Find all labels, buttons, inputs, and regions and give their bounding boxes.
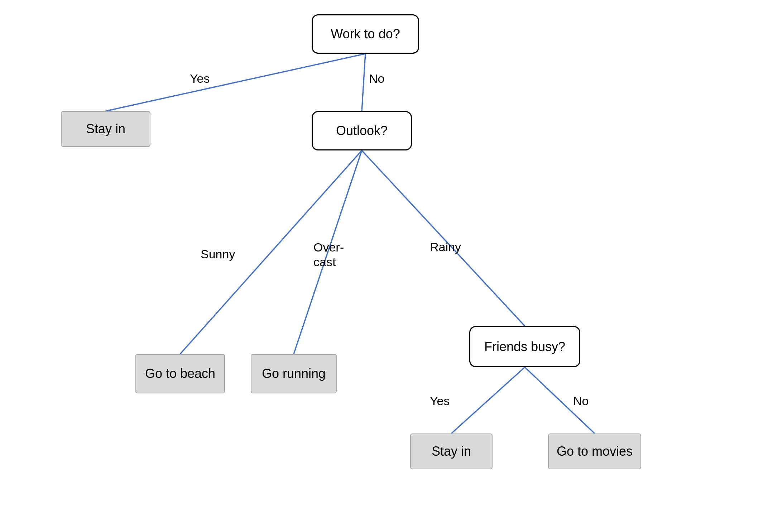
stay-in-node-2: Stay in — [410, 433, 493, 469]
svg-line-1 — [362, 54, 365, 111]
svg-line-4 — [362, 150, 525, 326]
stay-in-label-1: Stay in — [86, 121, 125, 136]
no-work-label: No — [369, 72, 384, 86]
work-to-do-node: Work to do? — [312, 14, 419, 54]
yes-friends-label: Yes — [430, 394, 450, 408]
stay-in-node-1: Stay in — [61, 111, 150, 147]
go-running-node: Go running — [251, 354, 337, 393]
go-to-movies-node: Go to movies — [548, 433, 641, 469]
outlook-label: Outlook? — [336, 123, 388, 138]
friends-busy-label: Friends busy? — [484, 339, 565, 354]
outlook-node: Outlook? — [312, 111, 412, 150]
friends-busy-node: Friends busy? — [469, 326, 580, 367]
svg-line-5 — [451, 367, 525, 433]
overcast-label: Over-cast — [313, 240, 344, 269]
work-to-do-label: Work to do? — [331, 27, 400, 42]
yes-work-label: Yes — [190, 72, 210, 86]
sunny-label: Sunny — [201, 247, 235, 261]
go-to-beach-label: Go to beach — [145, 366, 215, 381]
go-running-label: Go running — [262, 366, 326, 381]
go-to-beach-node: Go to beach — [135, 354, 225, 393]
stay-in-label-2: Stay in — [432, 444, 471, 459]
go-to-movies-label: Go to movies — [557, 444, 633, 459]
rainy-label: Rainy — [430, 240, 461, 254]
svg-line-0 — [106, 54, 365, 111]
no-friends-label: No — [573, 394, 589, 408]
